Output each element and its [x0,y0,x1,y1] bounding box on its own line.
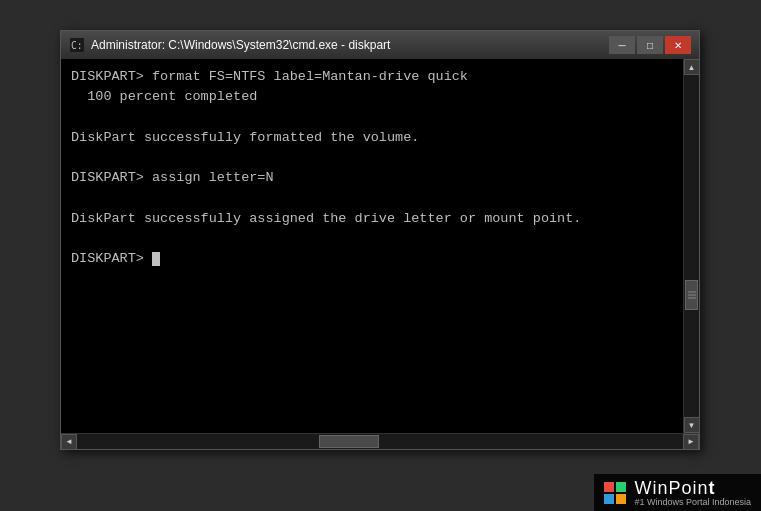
scrollbar-grip [688,292,696,293]
cursor-blink [152,252,160,266]
scroll-left-button[interactable]: ◄ [61,434,77,450]
windows-logo-grid [604,482,626,504]
scroll-track-v[interactable] [684,75,699,417]
scroll-down-button[interactable]: ▼ [684,417,700,433]
logo-cell-br [616,494,626,504]
scroll-thumb-h[interactable] [319,435,379,448]
scroll-track-h[interactable] [77,434,683,449]
console-content[interactable]: DISKPART> format FS=NTFS label=Mantan-dr… [61,59,683,433]
winpoint-brand: WinPoint [634,478,715,498]
window-controls: ─ □ ✕ [609,36,691,54]
logo-cell-tr [616,482,626,492]
vertical-scrollbar: ▲ ▼ [683,59,699,433]
winpoint-badge: WinPoint #1 Windows Portal Indonesia [594,474,761,511]
minimize-button[interactable]: ─ [609,36,635,54]
winpoint-text-block: WinPoint #1 Windows Portal Indonesia [634,478,751,507]
scrollbar-grip [688,298,696,299]
console-output: DISKPART> format FS=NTFS label=Mantan-dr… [71,67,673,270]
scroll-right-button[interactable]: ► [683,434,699,450]
desktop: C: Administrator: C:\Windows\System32\cm… [0,0,761,511]
svg-text:C:: C: [71,40,83,51]
scroll-thumb-v[interactable] [685,280,698,310]
scroll-up-button[interactable]: ▲ [684,59,700,75]
winpoint-sub: #1 Windows Portal Indonesia [634,497,751,507]
cmd-window: C: Administrator: C:\Windows\System32\cm… [60,30,700,450]
close-button[interactable]: ✕ [665,36,691,54]
horizontal-scrollbar: ◄ ► [61,433,699,449]
cmd-icon: C: [69,37,85,53]
logo-cell-tl [604,482,614,492]
title-bar: C: Administrator: C:\Windows\System32\cm… [61,31,699,59]
logo-cell-bl [604,494,614,504]
console-body: DISKPART> format FS=NTFS label=Mantan-dr… [61,59,699,433]
maximize-button[interactable]: □ [637,36,663,54]
winpoint-logo [604,482,626,504]
scrollbar-grip [688,295,696,296]
window-title: Administrator: C:\Windows\System32\cmd.e… [91,38,609,52]
